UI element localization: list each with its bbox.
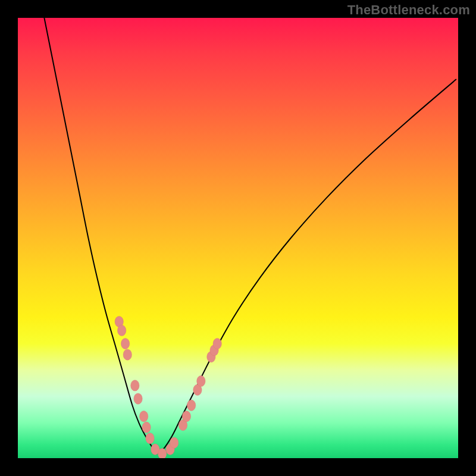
marker-point bbox=[131, 380, 139, 391]
marker-group bbox=[115, 316, 221, 458]
marker-point bbox=[213, 338, 221, 349]
marker-point bbox=[121, 338, 129, 349]
marker-point bbox=[123, 349, 131, 360]
marker-point bbox=[182, 411, 190, 422]
marker-point bbox=[142, 422, 151, 433]
curve-right bbox=[156, 80, 456, 454]
marker-point bbox=[170, 437, 178, 448]
chart-frame: TheBottleneck.com bbox=[0, 0, 476, 476]
curve-left bbox=[44, 18, 156, 454]
marker-point bbox=[134, 393, 142, 404]
marker-point bbox=[146, 433, 154, 444]
curve-layer bbox=[18, 18, 458, 458]
marker-point bbox=[187, 400, 195, 411]
marker-point bbox=[158, 448, 167, 458]
marker-point bbox=[117, 325, 126, 336]
plot-area bbox=[18, 18, 458, 458]
watermark-text: TheBottleneck.com bbox=[347, 2, 470, 18]
marker-point bbox=[139, 411, 148, 422]
marker-point bbox=[197, 375, 205, 386]
